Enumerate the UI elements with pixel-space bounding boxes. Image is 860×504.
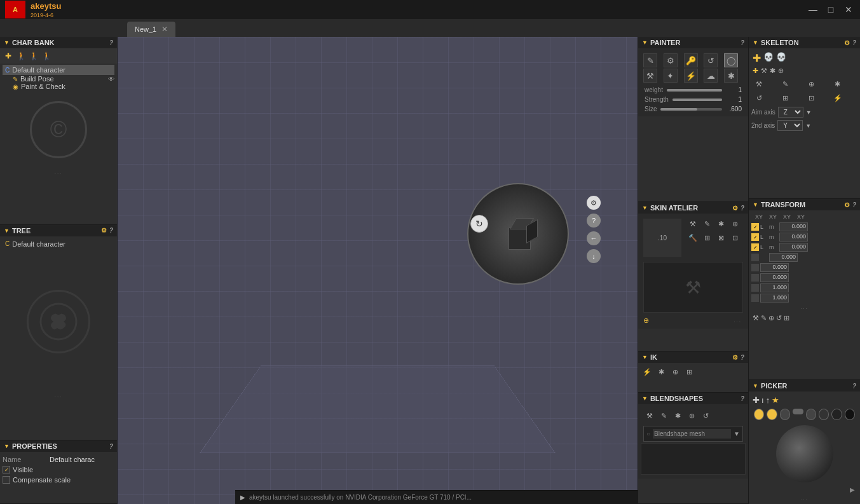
t-check-7[interactable] — [751, 294, 759, 302]
skel-skull1-icon[interactable]: 💀 — [763, 52, 774, 64]
gizmo-btn-move[interactable]: ← — [587, 231, 601, 245]
props-header[interactable]: ▼ PROPERTIES ? — [0, 440, 117, 452]
add-char-icon[interactable]: ✚ — [3, 50, 14, 62]
char-tool1[interactable]: 🚶 — [15, 50, 27, 62]
char-tool3[interactable]: 🚶 — [41, 50, 52, 62]
skin-icon-1[interactable]: ⚒ — [686, 217, 699, 230]
tr-icon-1[interactable]: ⚒ — [753, 314, 759, 322]
skin-help-icon[interactable]: ? — [741, 205, 744, 212]
paint-tool-7[interactable]: ⚡ — [684, 69, 698, 83]
picker-circle-6[interactable] — [831, 409, 842, 420]
picker-tool-cross[interactable]: ✚ — [753, 395, 760, 405]
blend-tool-5[interactable]: ↺ — [699, 409, 712, 422]
t-check-3[interactable] — [751, 254, 759, 261]
rotate-gizmo-button[interactable]: ↻ — [470, 215, 488, 233]
size-slider[interactable] — [660, 108, 722, 111]
ik-icon-4[interactable]: ⊞ — [683, 365, 695, 378]
skel-help-icon[interactable]: ? — [852, 39, 856, 46]
skel-gear-icon[interactable]: ⚙ — [844, 39, 850, 46]
picker-circle-1[interactable] — [754, 409, 764, 420]
blend-tool-3[interactable]: ✱ — [671, 409, 684, 422]
skel-add-icon[interactable]: ✚ — [753, 52, 761, 64]
visibility-icon[interactable]: 👁 — [108, 76, 114, 83]
minimize-button[interactable]: — — [807, 4, 819, 15]
skin-gear-icon[interactable]: ⚙ — [732, 205, 738, 212]
t-tab-xy1[interactable]: XY — [753, 213, 765, 221]
picker-circle-7[interactable] — [845, 409, 855, 420]
picker-tool-arrow[interactable]: ↑ — [766, 395, 770, 405]
tree-header[interactable]: ▼ TREE ⚙ ? — [0, 225, 117, 236]
picker-circle-3[interactable] — [780, 409, 790, 420]
paint-tool-6[interactable]: ✦ — [664, 69, 678, 83]
ik-icon-3[interactable]: ⊕ — [669, 365, 681, 378]
paint-check-item[interactable]: ◉ Paint & Check — [3, 83, 114, 90]
build-pose-item[interactable]: ✎ Build Pose 👁 — [3, 75, 114, 83]
visible-checkbox[interactable]: ✓ — [3, 466, 10, 473]
skel-icon-a3[interactable]: ⊕ — [805, 78, 818, 90]
char-item-default[interactable]: C Default character — [3, 65, 114, 75]
ik-icon-2[interactable]: ✱ — [655, 365, 667, 378]
tab-new1[interactable]: New_1 ✕ — [127, 22, 175, 37]
tab-close-icon[interactable]: ✕ — [161, 25, 168, 34]
tree-help-icon[interactable]: ? — [109, 227, 113, 234]
blend-tool-1[interactable]: ⚒ — [643, 409, 656, 422]
paint-tool-9[interactable]: ✱ — [724, 69, 738, 83]
transform-gear-icon[interactable]: ⚙ — [844, 201, 850, 208]
t-check-4[interactable] — [751, 264, 759, 271]
painter-help-icon[interactable]: ? — [741, 39, 744, 46]
skin-icon-3[interactable]: ✱ — [714, 217, 727, 230]
picker-tool-star[interactable]: ★ — [772, 395, 779, 405]
skel-icon-a1[interactable]: ⚒ — [753, 78, 765, 90]
picker-arrow-icon[interactable]: ▶ — [850, 486, 855, 493]
aim-axis-select[interactable]: ZXY — [778, 107, 803, 118]
picker-circle-4[interactable] — [806, 409, 816, 420]
picker-tool-i[interactable]: ı — [761, 395, 764, 405]
ik-gear-icon[interactable]: ⚙ — [732, 354, 738, 361]
t-check-1[interactable]: ✓ — [751, 233, 759, 241]
skin-atelier-header[interactable]: ▼ SKIN ATELIER ⚙ ? — [638, 202, 748, 214]
blend-help-icon[interactable]: ? — [741, 395, 744, 402]
gizmo-btn-settings[interactable]: ⚙ — [587, 196, 601, 210]
strength-slider[interactable] — [672, 99, 722, 101]
skin-icon-8[interactable]: ⊡ — [728, 231, 741, 244]
skel-icon-gold1[interactable]: ✚ — [753, 67, 758, 75]
char-tool2[interactable]: 🚶 — [28, 50, 39, 62]
blend-tool-4[interactable]: ⊕ — [685, 409, 698, 422]
transform-header[interactable]: ▼ TRANSFORM ⚙ ? — [749, 199, 860, 210]
viewport[interactable]: ↻ ⚙ ? ← ↓ ▶ akeytsu launched successfull… — [118, 37, 638, 504]
weight-slider[interactable] — [667, 89, 722, 92]
help-icon[interactable]: ? — [109, 39, 113, 46]
ik-icon-1[interactable]: ⚡ — [641, 365, 653, 378]
picker-half-1[interactable] — [793, 409, 803, 414]
picker-circle-2[interactable] — [767, 409, 777, 420]
skel-icon-2[interactable]: ✱ — [770, 67, 775, 75]
compensate-checkbox[interactable] — [3, 476, 10, 484]
skel-icon-b3[interactable]: ⊡ — [805, 92, 818, 104]
skel-icon-3[interactable]: ⊕ — [778, 67, 784, 75]
paint-tool-1[interactable]: ✎ — [643, 53, 657, 67]
picker-circle-5[interactable] — [819, 409, 829, 420]
transform-help-icon[interactable]: ? — [852, 201, 856, 208]
blend-arrow-icon[interactable]: ▼ — [734, 430, 740, 437]
paint-tool-circle[interactable]: ◯ — [724, 53, 738, 67]
gizmo-btn-help[interactable]: ? — [587, 214, 601, 228]
skin-icon-4[interactable]: ⊕ — [728, 217, 741, 230]
paint-tool-8[interactable]: ☁ — [704, 69, 718, 83]
picker-header[interactable]: ▼ PICKER ? — [749, 380, 860, 392]
props-help-icon[interactable]: ? — [109, 443, 113, 450]
skel-icon-b4[interactable]: ⚡ — [831, 92, 844, 104]
skin-icon-6[interactable]: ⊞ — [700, 231, 713, 244]
t-check-0[interactable]: ✓ — [751, 223, 759, 231]
paint-tool-2[interactable]: ⚙ — [664, 53, 678, 67]
tr-icon-4[interactable]: ↺ — [776, 314, 782, 322]
paint-tool-5[interactable]: ⚒ — [643, 69, 657, 83]
skel-skull2-icon[interactable]: 💀 — [776, 52, 786, 64]
painter-header[interactable]: ▼ PAINTER ? — [638, 37, 748, 48]
tr-icon-2[interactable]: ✎ — [761, 314, 767, 322]
skin-icon-5[interactable]: 🔨 — [686, 231, 699, 244]
t-check-5[interactable] — [751, 274, 759, 282]
t-tab-xy3[interactable]: XY — [781, 213, 793, 221]
tree-gear-icon[interactable]: ⚙ — [101, 227, 107, 234]
paint-tool-4[interactable]: ↺ — [704, 53, 718, 67]
blendshapes-header[interactable]: ▼ BLENDSHAPES ? — [638, 393, 748, 404]
